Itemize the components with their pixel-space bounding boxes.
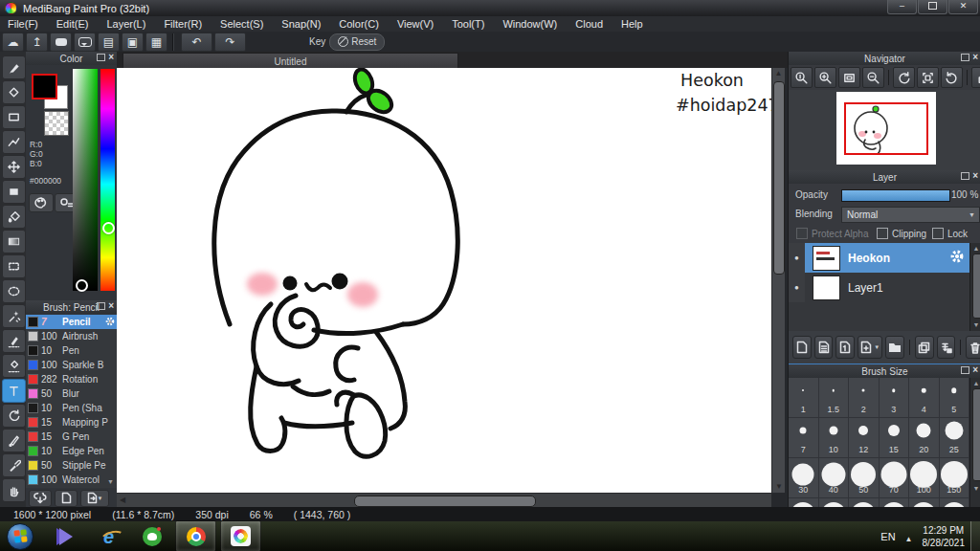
delete-layer-button[interactable] <box>966 336 980 359</box>
menu-item-filter[interactable]: Filter(R) <box>164 18 202 30</box>
taskbar-chrome[interactable] <box>175 520 216 551</box>
pixel-layer-button[interactable] <box>835 336 855 359</box>
taskbar-coccoc[interactable] <box>132 521 171 551</box>
foreground-color-swatch[interactable] <box>32 74 57 99</box>
menu-item-view[interactable]: View(V) <box>397 18 434 30</box>
add-layer-button[interactable]: ▼ <box>858 336 882 359</box>
close-icon[interactable]: × <box>972 53 978 62</box>
menu-item-help[interactable]: Help <box>621 18 643 30</box>
vertical-scrollbar[interactable]: ▲ ▼ <box>771 68 785 493</box>
text-tool[interactable] <box>2 379 26 403</box>
brush-tool[interactable] <box>2 55 26 79</box>
scroll-left-icon[interactable]: ◀ <box>120 495 125 506</box>
taskbar-medibang[interactable] <box>220 520 261 551</box>
brush-size-7[interactable]: 7 <box>789 418 819 458</box>
lasso-select-tool[interactable] <box>2 279 26 303</box>
redo-button[interactable]: ↷ <box>214 33 246 52</box>
brush-size-2[interactable]: 2 <box>849 378 880 418</box>
scroll-down-icon[interactable]: ▼ <box>107 478 114 485</box>
zoom-out-button[interactable] <box>862 67 884 88</box>
brush-size-20[interactable]: 20 <box>909 418 940 458</box>
move-tool[interactable] <box>2 155 26 179</box>
taskbar-kmplayer[interactable] <box>46 521 85 551</box>
menu-item-snap[interactable]: Snap(N) <box>281 18 321 30</box>
popout-icon[interactable] <box>961 366 969 374</box>
brush-size-100[interactable]: 100 <box>909 458 940 498</box>
undo-button[interactable]: ↶ <box>181 33 212 52</box>
horizontal-scroll-thumb[interactable] <box>354 496 536 507</box>
checklist-button[interactable]: ▣ <box>122 33 144 52</box>
brush-item-rotation[interactable]: 282Rotation <box>26 372 117 386</box>
brush-item-mapping-p[interactable]: 15Mapping P <box>26 415 117 430</box>
protect-alpha-checkbox[interactable]: Protect Alpha <box>796 228 868 239</box>
brush-item-sparkle-b[interactable]: 100Sparkle B <box>26 358 117 372</box>
cloud-button[interactable]: ☁ <box>2 33 24 52</box>
eraser-tool[interactable] <box>2 80 26 104</box>
scroll-down-icon[interactable]: ▼ <box>775 481 783 493</box>
navigator-view-rect[interactable] <box>844 102 928 155</box>
navigator-thumbnail[interactable] <box>836 92 936 165</box>
brush-size-12[interactable]: 12 <box>849 418 880 458</box>
scroll-up-icon[interactable]: ▲ <box>973 380 980 386</box>
eyedropper-tool[interactable] <box>2 453 26 477</box>
menu-item-color[interactable]: Color(C) <box>339 18 379 30</box>
brush-item-g-pen[interactable]: 15G Pen <box>26 430 117 444</box>
canvas-tab[interactable]: Untitled <box>122 53 458 69</box>
menu-item-cloud[interactable]: Cloud <box>575 18 603 30</box>
horizontal-scrollbar[interactable]: ◀ <box>117 493 771 507</box>
document-button[interactable]: ▤ <box>98 33 120 52</box>
canvas[interactable]: Heokon #hoidap247 <box>117 68 771 493</box>
brush-size-50[interactable]: 50 <box>849 458 880 498</box>
close-icon[interactable]: × <box>972 365 978 375</box>
brush-size-1[interactable]: 1 <box>789 378 819 418</box>
sv-selector[interactable] <box>76 279 88 292</box>
brush-size-4[interactable]: 4 <box>909 378 940 418</box>
menu-item-window[interactable]: Window(W) <box>502 18 557 30</box>
saturation-value-picker[interactable] <box>73 69 98 291</box>
menu-item-tool[interactable]: Tool(T) <box>452 18 484 30</box>
minimize-button[interactable]: – <box>887 0 917 14</box>
copy-layer-button[interactable] <box>915 336 934 359</box>
brush-item-pencil[interactable]: 7Pencil <box>26 315 117 329</box>
brush-size-15[interactable]: 15 <box>880 418 910 458</box>
popout-icon[interactable] <box>97 54 105 61</box>
brush-menu-button[interactable]: ▼ <box>80 490 109 507</box>
palette-button[interactable] <box>29 193 54 212</box>
brush-item-pen[interactable]: 10Pen <box>26 343 117 358</box>
close-icon[interactable]: × <box>108 301 114 311</box>
scroll-up-icon[interactable]: ▲ <box>772 68 785 79</box>
rotate-canvas-tool[interactable] <box>2 404 26 428</box>
brush-size-5[interactable]: 5 <box>940 378 970 418</box>
vertical-scroll-thumb[interactable] <box>773 81 785 275</box>
brush-size-70[interactable]: 70 <box>880 458 910 498</box>
reset-button[interactable]: Reset <box>329 33 385 51</box>
layer-visibility-icon[interactable]: ● <box>789 273 805 302</box>
grid-button[interactable]: ▦ <box>145 33 167 52</box>
layer-scroll-thumb[interactable] <box>972 253 980 319</box>
merge-layer-button[interactable] <box>937 336 956 359</box>
lock-view-button[interactable] <box>971 67 980 88</box>
fit-screen-button[interactable] <box>838 67 860 88</box>
close-button[interactable]: ✕ <box>948 0 978 14</box>
hue-bar[interactable] <box>100 69 115 291</box>
close-icon[interactable]: × <box>108 53 114 62</box>
tray-expand-icon[interactable]: ▲ <box>905 535 913 543</box>
brush-item-airbrush[interactable]: 100Airbrush <box>26 329 117 343</box>
layer-scrollbar[interactable]: ▲ ▼ <box>969 243 980 331</box>
brush-size-1.5[interactable]: 1.5 <box>819 378 850 418</box>
cloud-download-button[interactable] <box>29 490 52 507</box>
menu-item-file[interactable]: File(F) <box>8 18 38 30</box>
popout-icon[interactable] <box>961 54 969 61</box>
clipping-checkbox[interactable]: Clipping <box>877 228 926 239</box>
brush-size-scroll-thumb[interactable] <box>972 388 980 481</box>
brush-item-blur[interactable]: 50Blur <box>26 386 117 401</box>
pen-tool[interactable] <box>2 429 26 452</box>
show-desktop-button[interactable] <box>970 521 980 551</box>
scroll-up-icon[interactable]: ▲ <box>107 318 114 324</box>
layer-folder-button[interactable] <box>885 336 904 359</box>
comment-button[interactable] <box>74 33 96 52</box>
popout-icon[interactable] <box>961 172 969 180</box>
blending-dropdown[interactable]: Normal▼ <box>841 207 980 223</box>
bucket-tool[interactable] <box>2 205 26 229</box>
taskbar-internet-explorer[interactable]: e <box>89 521 128 551</box>
